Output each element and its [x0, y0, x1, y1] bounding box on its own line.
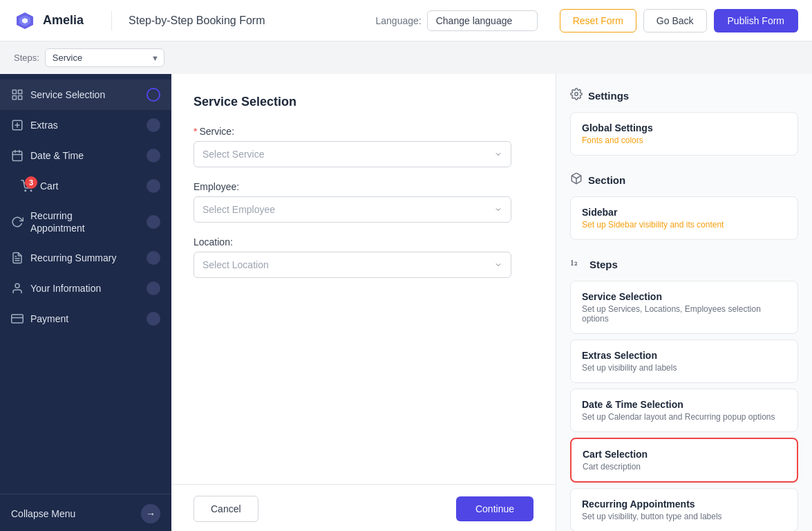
sidebar-item-label-your-information: Your Information	[30, 282, 140, 295]
user-icon	[11, 282, 23, 295]
service-field: * Service: Select Service	[193, 126, 534, 167]
file-text-icon	[11, 252, 23, 264]
settings-section-title: Settings	[588, 90, 629, 102]
amelia-logo-icon	[14, 10, 36, 32]
cart-selection-card-desc: Cart description	[583, 462, 786, 472]
svg-rect-19	[12, 315, 23, 323]
page-title: Step-by-Step Booking Form	[129, 15, 265, 27]
form-section-title: Service Selection	[193, 95, 534, 109]
service-selection-card[interactable]: Service Selection Set up Services, Locat…	[570, 281, 798, 334]
main-layout: Service Selection Extras Date & Time 3 C…	[0, 74, 812, 531]
sidebar-item-status-extras	[147, 118, 160, 132]
sidebar-item-extras[interactable]: Extras	[0, 110, 171, 140]
service-selection-card-desc: Set up Services, Locations, Employees se…	[582, 304, 786, 324]
logo-area: Amelia	[14, 10, 84, 32]
svg-point-21	[575, 93, 578, 96]
global-settings-desc: Fonts and colors	[582, 136, 786, 145]
recurring-appointments-card[interactable]: Recurring Appointments Set up visibility…	[570, 488, 798, 531]
logo-text: Amelia	[43, 13, 84, 28]
recurring-appointments-card-desc: Set up visibility, button type and label…	[582, 512, 786, 521]
svg-point-15	[30, 190, 32, 192]
location-label: Location:	[193, 236, 534, 248]
employee-select[interactable]: Select Employee	[193, 196, 511, 223]
global-settings-title: Global Settings	[582, 122, 786, 133]
svg-rect-6	[19, 96, 22, 100]
steps-label: Steps:	[14, 53, 39, 63]
credit-card-icon	[11, 313, 23, 325]
sidebar-items: Service Selection Extras Date & Time 3 C…	[0, 74, 171, 494]
section-section: Section Sidebar Set up Sidebar visibilit…	[570, 172, 798, 240]
grid-icon	[11, 88, 23, 101]
sidebar-item-label-extras: Extras	[30, 119, 140, 131]
service-required-star: *	[193, 126, 197, 137]
left-sidebar: Service Selection Extras Date & Time 3 C…	[0, 74, 171, 531]
sidebar-item-label-cart: Cart	[40, 180, 140, 192]
sidebar-item-status-service-selection	[147, 88, 160, 102]
reset-form-button[interactable]: Reset Form	[560, 9, 636, 32]
right-panel: Settings Global Settings Fonts and color…	[556, 74, 812, 531]
collapse-menu-label: Collapse Menu	[11, 508, 75, 519]
sidebar-item-label-payment: Payment	[30, 313, 140, 325]
global-settings-card[interactable]: Global Settings Fonts and colors	[570, 112, 798, 156]
header-buttons: Reset Form Go Back Publish Form	[560, 9, 798, 32]
location-select-wrapper: Select Location	[193, 252, 511, 278]
steps-right-section: 1₂ Steps Service Selection Set up Servic…	[570, 257, 798, 531]
sidebar-item-recurring-summary[interactable]: Recurring Summary	[0, 243, 171, 273]
datetime-selection-card-title: Date & Time Selection	[582, 399, 786, 410]
steps-bar: Steps: Service Extras Date & Time Cart R…	[0, 41, 812, 74]
collapse-menu-button[interactable]: Collapse Menu →	[0, 494, 171, 531]
language-select[interactable]: Change language	[427, 10, 538, 31]
continue-button[interactable]: Continue	[456, 496, 534, 521]
section-section-header: Section	[570, 172, 798, 188]
service-select[interactable]: Select Service	[193, 141, 511, 167]
sidebar-item-label-date-time: Date & Time	[30, 149, 140, 162]
steps-select[interactable]: Service Extras Date & Time Cart Recurrin…	[45, 48, 164, 67]
section-section-title: Section	[588, 174, 625, 186]
sidebar-card[interactable]: Sidebar Set up Sidebar visibility and it…	[570, 196, 798, 240]
sidebar-item-label-service-selection: Service Selection	[30, 88, 140, 101]
employee-label: Employee:	[193, 181, 534, 192]
steps-right-section-header: 1₂ Steps	[570, 257, 798, 272]
language-label: Language:	[376, 15, 422, 26]
cart-selection-card-title: Cart Selection	[583, 449, 786, 460]
sidebar-item-date-time[interactable]: Date & Time	[0, 140, 171, 171]
extras-selection-card[interactable]: Extras Selection Set up visibility and l…	[570, 339, 798, 383]
datetime-selection-card[interactable]: Date & Time Selection Set up Calendar la…	[570, 389, 798, 432]
extras-selection-card-desc: Set up visibility and labels	[582, 363, 786, 373]
language-area: Language: Change language	[376, 10, 538, 31]
sidebar-item-status-recurring-summary	[147, 251, 160, 265]
calendar-icon	[11, 149, 23, 162]
sidebar-item-cart[interactable]: 3 Cart	[0, 171, 171, 201]
cancel-button[interactable]: Cancel	[193, 496, 258, 522]
svg-point-14	[25, 190, 26, 192]
extras-selection-card-title: Extras Selection	[582, 350, 786, 361]
service-label: * Service:	[193, 126, 534, 137]
settings-section: Settings Global Settings Fonts and color…	[570, 88, 798, 156]
svg-rect-10	[12, 151, 22, 161]
location-select[interactable]: Select Location	[193, 252, 511, 278]
cart-selection-card[interactable]: Cart Selection Cart description	[570, 438, 798, 483]
form-footer: Cancel Continue	[171, 484, 556, 531]
sidebar-item-payment[interactable]: Payment	[0, 304, 171, 334]
sidebar-item-service-selection[interactable]: Service Selection	[0, 80, 171, 110]
go-back-button[interactable]: Go Back	[643, 9, 707, 32]
sidebar-item-status-recurring-appointment	[147, 215, 160, 229]
header-divider	[111, 11, 112, 30]
settings-gear-icon	[570, 88, 583, 104]
sidebar-item-your-information[interactable]: Your Information	[0, 273, 171, 304]
sidebar-item-label-recurring-summary: Recurring Summary	[30, 252, 140, 264]
settings-section-header: Settings	[570, 88, 798, 104]
sidebar-item-label-recurring-appointment: RecurringAppointment	[30, 209, 140, 234]
header: Amelia Step-by-Step Booking Form Languag…	[0, 0, 812, 41]
sidebar-item-status-payment	[147, 312, 160, 326]
center-content: Service Selection * Service: Select Serv…	[171, 74, 556, 531]
sidebar-item-recurring-appointment[interactable]: RecurringAppointment	[0, 201, 171, 243]
publish-form-button[interactable]: Publish Form	[714, 9, 798, 32]
section-cube-icon	[570, 172, 583, 188]
steps-icon: 1₂	[570, 257, 584, 272]
service-select-wrapper: Select Service	[193, 141, 511, 167]
svg-rect-3	[12, 90, 16, 93]
sidebar-card-desc: Set up Sidebar visibility and its conten…	[582, 220, 786, 230]
location-field: Location: Select Location	[193, 236, 534, 278]
employee-field: Employee: Select Employee	[193, 181, 534, 223]
